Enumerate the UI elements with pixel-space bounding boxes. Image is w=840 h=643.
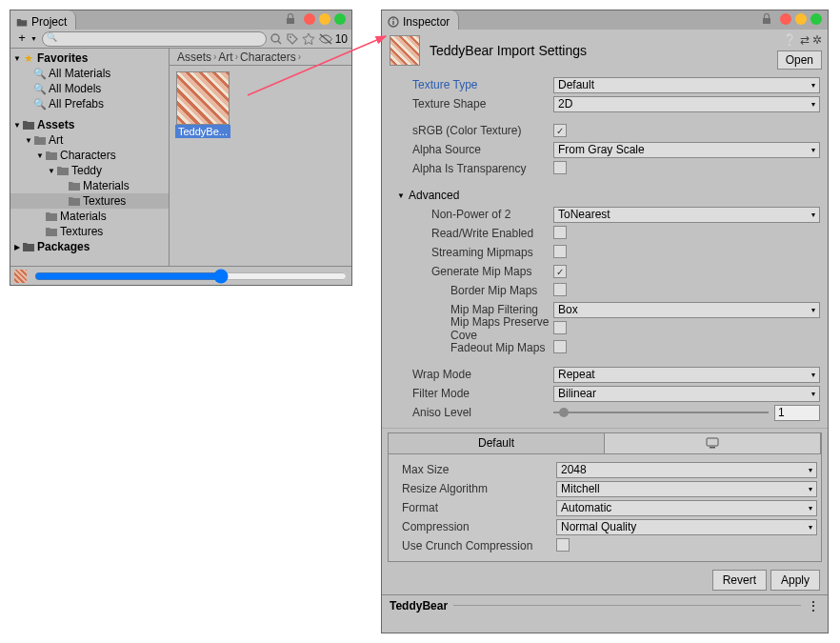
apply-button[interactable]: Apply [770, 570, 820, 591]
tree-assets[interactable]: ▼Assets [10, 117, 169, 132]
label-texture-shape: Texture Shape [390, 97, 553, 111]
inspector-tab[interactable]: Inspector [382, 10, 459, 30]
lock-icon[interactable] [761, 13, 772, 25]
select-compression[interactable]: Normal Quality [556, 519, 817, 535]
crumb-assets[interactable]: Assets [177, 50, 211, 64]
preview-bar[interactable]: TeddyBear ⋮ [382, 594, 828, 615]
label-mip-filter: Mip Map Filtering [390, 303, 553, 316]
checkbox-srgb[interactable] [553, 124, 567, 137]
help-icon[interactable]: ❔ [783, 33, 797, 47]
inspector-title: TeddyBear Import Settings [430, 43, 587, 58]
tree-textures[interactable]: Textures [10, 193, 169, 209]
folder-icon [45, 210, 58, 223]
asset-teddybear[interactable]: TeddyBe... [175, 71, 230, 138]
info-icon [388, 16, 399, 28]
select-texture-type[interactable]: Default [553, 77, 820, 93]
inspector-window: Inspector TeddyBear Import Settings ❔ ⇄ … [381, 10, 829, 633]
checkbox-alpha-trans[interactable] [553, 161, 567, 174]
project-tab[interactable]: Project [10, 10, 76, 30]
aniso-slider[interactable] [553, 412, 769, 413]
svg-rect-3 [392, 21, 393, 25]
aniso-value[interactable]: 1 [774, 405, 820, 421]
select-format[interactable]: Automatic [556, 500, 817, 516]
checkbox-mip-preserve[interactable] [553, 321, 567, 334]
svg-rect-5 [707, 438, 718, 446]
checkbox-crunch[interactable] [556, 538, 570, 552]
tree-textures-2[interactable]: Textures [10, 224, 169, 239]
platform-tab-standalone[interactable] [605, 433, 821, 453]
label-srgb: sRGB (Color Texture) [390, 124, 553, 137]
search-by-label-icon[interactable] [286, 32, 299, 46]
maximize-window-button[interactable] [334, 13, 346, 25]
label-alpha-trans: Alpha Is Transparency [390, 162, 553, 175]
inspector-header: TeddyBear Import Settings ❔ ⇄ ✲ Open [382, 30, 828, 71]
inspector-tab-label: Inspector [403, 15, 450, 29]
tree-packages[interactable]: ▶Packages [10, 239, 169, 254]
checkbox-border-mip[interactable] [553, 283, 567, 296]
tree-characters[interactable]: ▼Characters [10, 148, 169, 163]
open-button[interactable]: Open [777, 50, 822, 70]
select-resize[interactable]: Mitchell [556, 481, 817, 497]
crumb-characters[interactable]: Characters [240, 50, 296, 64]
tree-art[interactable]: ▼Art [10, 132, 169, 148]
star-icon: ★ [22, 51, 35, 65]
asset-grid[interactable]: TeddyBe... [170, 66, 351, 266]
revert-button[interactable]: Revert [712, 570, 767, 591]
select-npot[interactable]: ToNearest [553, 207, 820, 223]
crumb-art[interactable]: Art [218, 50, 232, 64]
breadcrumbs: Assets › Art › Characters › [170, 49, 351, 66]
label-texture-type[interactable]: Texture Type [390, 78, 553, 91]
save-search-icon[interactable] [302, 32, 315, 46]
project-tree: ▼★Favorites 🔍All Materials 🔍All Models 🔍… [10, 49, 170, 266]
label-gen-mip: Generate Mip Maps [390, 265, 553, 278]
label-npot: Non-Power of 2 [390, 208, 553, 221]
checkbox-fadeout-mip[interactable] [553, 340, 567, 353]
search-icon: 🔍 [33, 82, 47, 95]
minimize-window-button[interactable] [795, 13, 807, 25]
project-body: ▼★Favorites 🔍All Materials 🔍All Models 🔍… [10, 49, 351, 266]
select-alpha-source[interactable]: From Gray Scale [553, 142, 820, 158]
settings-icon[interactable]: ✲ [812, 33, 822, 47]
folder-icon [56, 164, 70, 177]
svg-rect-6 [710, 447, 715, 449]
project-footer: Assets/Art/Cha [10, 266, 351, 285]
tree-all-prefabs[interactable]: 🔍All Prefabs [10, 96, 169, 111]
platform-body: Max Size2048 Resize AlgorithmMitchell Fo… [389, 454, 821, 561]
thumbnail-size-slider[interactable] [34, 269, 348, 284]
project-toolbar: + ▼ 10 [10, 30, 351, 49]
advanced-foldout[interactable]: ▼Advanced [390, 186, 820, 205]
folder-icon [16, 16, 28, 28]
minimize-window-button[interactable] [319, 13, 330, 25]
label-alpha-source: Alpha Source [390, 143, 553, 156]
search-by-type-icon[interactable] [270, 32, 283, 46]
tree-all-models[interactable]: 🔍All Models [10, 81, 169, 96]
tree-all-materials[interactable]: 🔍All Materials [10, 66, 169, 81]
select-wrap[interactable]: Repeat [553, 367, 820, 383]
checkbox-stream-mip[interactable] [553, 245, 567, 258]
select-texture-shape[interactable]: 2D [553, 96, 820, 112]
close-window-button[interactable] [780, 13, 791, 25]
tree-materials[interactable]: Materials [10, 178, 169, 193]
tree-teddy[interactable]: ▼Teddy [10, 163, 169, 178]
lock-icon[interactable] [285, 13, 296, 25]
checkbox-gen-mip[interactable] [553, 265, 567, 278]
select-max-size[interactable]: 2048 [556, 462, 817, 478]
tree-favorites[interactable]: ▼★Favorites [10, 50, 169, 66]
tree-materials-2[interactable]: Materials [10, 209, 169, 224]
project-search-input[interactable] [42, 31, 267, 47]
maximize-window-button[interactable] [810, 13, 822, 25]
create-button[interactable]: + [14, 31, 30, 47]
platform-tab-default[interactable]: Default [389, 433, 605, 453]
select-filter[interactable]: Bilinear [553, 386, 820, 402]
select-mip-filter[interactable]: Box [553, 302, 820, 318]
close-window-button[interactable] [304, 13, 315, 25]
label-mip-preserve: Mip Maps Preserve Cove [390, 315, 553, 342]
footer-thumbnail [14, 270, 27, 283]
checkbox-rw[interactable] [553, 226, 567, 239]
project-window: Project + ▼ 10 ▼★Favorites [10, 10, 352, 286]
hidden-count[interactable]: 10 [318, 32, 348, 46]
preset-icon[interactable]: ⇄ [800, 33, 810, 47]
search-icon: 🔍 [33, 97, 47, 111]
create-dropdown[interactable]: ▼ [30, 35, 37, 42]
preview-menu-icon[interactable]: ⋮ [807, 598, 820, 613]
